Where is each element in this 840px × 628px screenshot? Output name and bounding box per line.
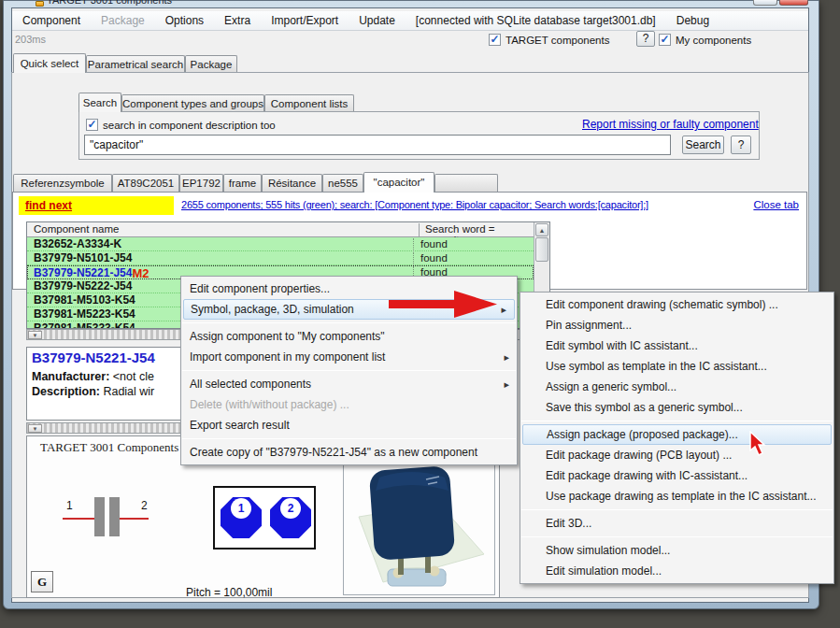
submenu-item-use-package-template[interactable]: Use package drawing as template in the I…	[520, 486, 833, 507]
schematic-lead-left	[63, 518, 94, 520]
target-components-checkbox[interactable]: ✓	[489, 34, 501, 46]
context-menu: Edit component properties... Symbol, pac…	[180, 276, 518, 465]
scroll-thumb[interactable]	[535, 237, 548, 262]
description-line: Description: Radial wir	[32, 385, 154, 398]
submenu-item-show-simulation-model[interactable]: Show simulation model...	[520, 540, 833, 561]
menu-separator	[521, 536, 833, 537]
report-missing-link[interactable]: Report missing or faulty component	[582, 118, 759, 131]
find-next-button[interactable]: find next	[19, 196, 174, 215]
target-components-label: TARGET components	[505, 35, 609, 46]
app-icon	[36, 1, 44, 7]
elapsed-time: 203ms	[15, 34, 46, 45]
package-preview: 1 2	[213, 486, 316, 550]
column-header-searchword[interactable]: Search word = capacitor	[419, 223, 534, 237]
menu-extra[interactable]: Extra	[214, 11, 261, 31]
annotation-marker-m2: M2	[132, 266, 149, 280]
menu-package: Package	[91, 11, 155, 31]
result-tab-capacitor[interactable]: "capacitor"	[363, 172, 434, 193]
table-row[interactable]: B37979-N5101-J54found	[27, 251, 534, 265]
submenu-arrow-icon: ▸	[504, 374, 509, 394]
3d-preview[interactable]	[343, 454, 495, 595]
menubar: Component Package Options Extra Import/E…	[12, 11, 808, 31]
menu-component[interactable]: Component	[12, 11, 91, 31]
tab-search[interactable]: Search	[78, 93, 121, 112]
close-button[interactable]	[779, 0, 808, 6]
menu-item-symbol-package-3d[interactable]: Symbol, package, 3D, simulation▸	[183, 299, 515, 320]
submenu-item-assign-package[interactable]: Assign package (proposed package)...	[522, 424, 832, 445]
search-input[interactable]	[84, 135, 671, 155]
table-header: Component name Search word = capacitor	[27, 222, 534, 237]
search-description-checkbox[interactable]: ✓	[86, 119, 98, 131]
submenu-symbol-package: Edit component drawing (schematic symbol…	[520, 292, 834, 584]
result-tab-frame[interactable]: frame	[223, 174, 262, 192]
submenu-item-edit-package-ic-assistant[interactable]: Edit package drawing with IC-assistant..…	[520, 465, 833, 486]
menu-item-delete: Delete (with/without package) ...	[181, 394, 517, 415]
table-row[interactable]: B32652-A3334-Kfound	[27, 237, 534, 251]
result-tab-ep1792[interactable]: EP1792	[179, 174, 223, 192]
menu-item-assign-to-my-components[interactable]: Assign component to "My components"	[181, 326, 517, 347]
submenu-arrow-icon: ▸	[504, 347, 509, 367]
submenu-item-edit-3d[interactable]: Edit 3D...	[520, 513, 833, 534]
manufacturer-line: Manufacturer: <not cle	[32, 370, 154, 383]
menu-item-import-component[interactable]: Import component in my component list▸	[181, 347, 517, 367]
grid-button[interactable]: G	[31, 571, 53, 592]
tab-component-lists[interactable]: Component lists	[264, 94, 354, 112]
result-tab-resitance[interactable]: Résitance	[262, 174, 322, 192]
pad-number-2: 2	[280, 498, 301, 519]
column-header-name[interactable]: Component name	[34, 223, 119, 235]
component-title: B37979-N5221-J54	[32, 350, 155, 365]
menu-item-create-copy[interactable]: Create copy of "B37979-N5221-J54" as a n…	[181, 442, 517, 463]
tab-quick-select[interactable]: Quick select	[13, 53, 86, 73]
submenu-item-save-generic-symbol[interactable]: Save this symbol as a generic symbol...	[520, 397, 833, 418]
menu-separator	[521, 421, 833, 421]
menu-item-export-search-result[interactable]: Export search result	[181, 415, 517, 435]
pitch-label: Pitch = 100,00mil	[186, 586, 272, 599]
menu-options[interactable]: Options	[155, 11, 214, 31]
menu-update[interactable]: Update	[349, 11, 406, 31]
window-title: TARGET 3001 components	[47, 0, 290, 7]
submenu-item-edit-component-drawing[interactable]: Edit component drawing (schematic symbol…	[520, 294, 833, 315]
menu-item-edit-properties[interactable]: Edit component properties...	[181, 278, 517, 299]
submenu-item-use-symbol-template[interactable]: Use symbol as template in the IC assista…	[520, 356, 833, 377]
tab-component-types[interactable]: Component types and groups	[121, 94, 264, 112]
search-button[interactable]: Search	[682, 136, 724, 154]
my-components-label: My components	[676, 35, 751, 46]
search-description-label: search in component description too	[103, 120, 276, 131]
result-tab-empty	[434, 174, 498, 192]
submenu-arrow-icon: ▸	[501, 300, 506, 319]
pad-number-1: 1	[231, 498, 251, 519]
menu-import-export[interactable]: Import/Export	[261, 11, 349, 31]
close-tab-link[interactable]: Close tab	[719, 199, 799, 210]
menu-db-status: [connected with SQLite database target30…	[406, 11, 666, 31]
result-tab-referenzsymbole[interactable]: Referenzsymbole	[13, 174, 112, 192]
schematic-pin1-label: 1	[66, 499, 73, 512]
submenu-item-edit-symbol-ic-assistant[interactable]: Edit symbol with IC assistant...	[520, 335, 833, 356]
submenu-item-edit-package-drawing[interactable]: Edit package drawing (PCB layout) ...	[520, 445, 833, 465]
help-button[interactable]: ?	[636, 31, 655, 47]
menu-separator	[521, 509, 833, 510]
capacitor-plate-right	[109, 497, 120, 536]
menu-separator	[182, 438, 516, 439]
menu-item-all-selected[interactable]: All selected components▸	[181, 374, 517, 394]
maximize-button[interactable]	[753, 0, 777, 6]
scroll-up-icon[interactable]: ▲	[535, 223, 548, 236]
menu-separator	[182, 370, 516, 371]
submenu-item-pin-assignment[interactable]: Pin assignment...	[520, 315, 833, 335]
submenu-item-assign-generic-symbol[interactable]: Assign a generic symbol...	[520, 377, 833, 397]
result-tab-at89c2051[interactable]: AT89C2051	[112, 174, 179, 192]
result-tab-ne555[interactable]: ne555	[322, 174, 363, 192]
splitter-collapse-icon[interactable]: ▼	[28, 331, 42, 339]
submenu-item-edit-simulation-model[interactable]: Edit simulation model...	[520, 561, 833, 581]
schematic-lead-right	[120, 518, 149, 520]
menu-debug[interactable]: Debug	[666, 11, 719, 31]
my-components-checkbox[interactable]: ✓	[659, 34, 671, 46]
tab-parametrical-search[interactable]: Parametrical search	[86, 55, 185, 73]
search-summary-link[interactable]: 2655 components; 555 hits (green); searc…	[181, 199, 742, 210]
search-help-button[interactable]: ?	[731, 136, 751, 154]
tab-package[interactable]: Package	[185, 55, 237, 73]
menu-separator	[182, 322, 516, 323]
preview-header: TARGET 3001 Components	[40, 440, 178, 455]
splitter-collapse-icon[interactable]: ▼	[28, 424, 42, 433]
schematic-pin2-label: 2	[141, 499, 148, 512]
3d-capacitor-render	[344, 455, 494, 594]
